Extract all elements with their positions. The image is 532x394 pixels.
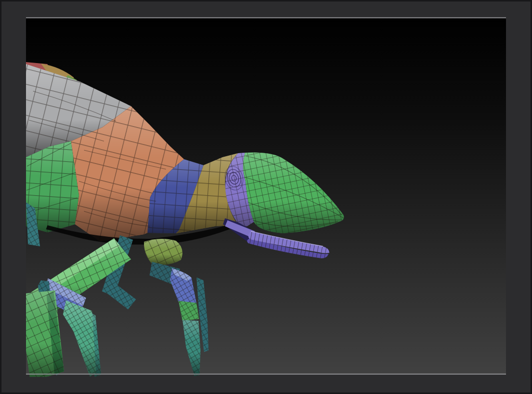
canvas-top-edge-line	[26, 18, 506, 19]
canvas-bottom-edge-line	[26, 373, 506, 374]
sculpting-app-window	[0, 0, 532, 394]
viewport-canvas[interactable]	[26, 18, 506, 374]
